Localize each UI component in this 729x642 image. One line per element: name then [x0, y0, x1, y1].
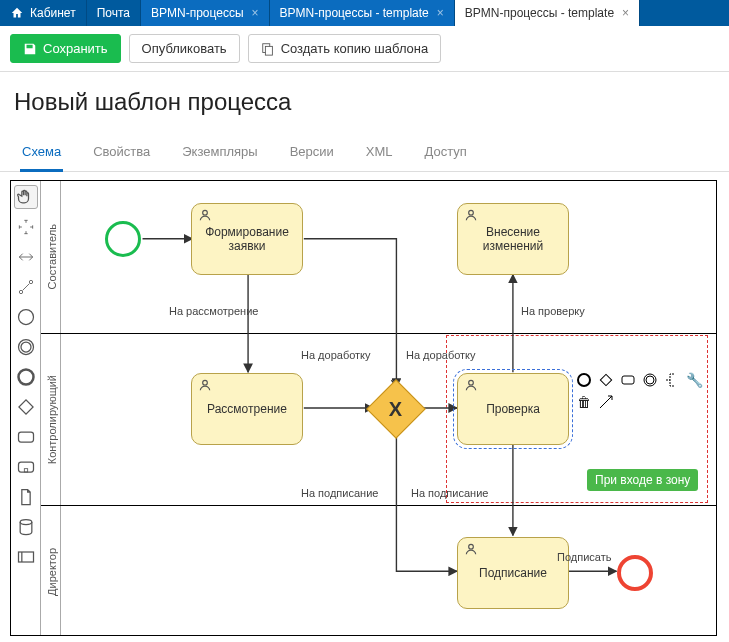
svg-rect-13 [18, 552, 33, 562]
subtab-label: Свойства [93, 144, 150, 159]
sub-tabs: Схема Свойства Экземпляры Версии XML Дос… [0, 136, 729, 172]
edge-label: На доработку [301, 349, 371, 361]
edge-label: Подписать [557, 551, 611, 563]
context-pad: 🔧 🗑 [575, 371, 703, 411]
subtab-label: Доступ [425, 144, 467, 159]
button-label: Опубликовать [142, 41, 227, 56]
close-icon[interactable]: × [622, 6, 629, 20]
edge-label: На рассмотрение [169, 305, 258, 317]
palette-end-event[interactable] [14, 365, 38, 389]
palette-subprocess[interactable] [14, 455, 38, 479]
task-label: Рассмотрение [207, 402, 287, 416]
user-icon [198, 378, 212, 395]
subtab-versions[interactable]: Версии [288, 136, 336, 171]
user-icon [464, 542, 478, 559]
diagram-surface[interactable]: Составитель Контролирующий Директор [41, 181, 716, 635]
tab-mail[interactable]: Почта [87, 0, 141, 26]
svg-rect-1 [265, 46, 272, 55]
tab-bpmn-template-2[interactable]: BPMN-процессы - template × [455, 0, 640, 26]
task-label: Формирование заявки [205, 225, 289, 253]
svg-point-4 [18, 310, 33, 325]
close-icon[interactable]: × [252, 6, 259, 20]
lane-label: Составитель [43, 181, 61, 333]
edge-label: На подписание [411, 487, 488, 499]
tab-bpmn-template-1[interactable]: BPMN-процессы - template × [270, 0, 455, 26]
task-form-request[interactable]: Формирование заявки [191, 203, 303, 275]
svg-rect-10 [18, 462, 33, 472]
tab-label: Почта [97, 6, 130, 20]
edge-label: На проверку [521, 305, 585, 317]
ctx-annotation[interactable] [663, 371, 681, 389]
subtab-instances[interactable]: Экземпляры [180, 136, 259, 171]
task-label: Подписание [479, 566, 547, 580]
palette-data-object[interactable] [14, 485, 38, 509]
tab-label: BPMN-процессы - template [280, 6, 429, 20]
ctx-end-event[interactable] [575, 371, 593, 389]
ctx-intermediate-event[interactable] [641, 371, 659, 389]
ctx-trash-icon[interactable]: 🗑 [575, 393, 593, 411]
palette-participant[interactable] [14, 545, 38, 569]
tab-bpmn-1[interactable]: BPMN-процессы × [141, 0, 270, 26]
palette-start-event[interactable] [14, 305, 38, 329]
ctx-wrench-icon[interactable]: 🔧 [685, 371, 703, 389]
svg-point-6 [21, 342, 31, 352]
edge-label: На подписание [301, 487, 378, 499]
start-event[interactable] [105, 221, 141, 257]
palette-gateway[interactable] [14, 395, 38, 419]
page-title: Новый шаблон процесса [14, 88, 715, 116]
palette-connect-tool[interactable] [14, 275, 38, 299]
palette-task[interactable] [14, 425, 38, 449]
lane-composer: Составитель [41, 181, 716, 333]
palette-lasso-tool[interactable] [14, 215, 38, 239]
publish-button[interactable]: Опубликовать [129, 34, 240, 63]
palette-intermediate-event[interactable] [14, 335, 38, 359]
svg-rect-8 [18, 400, 32, 414]
palette-space-tool[interactable] [14, 245, 38, 269]
subtab-access[interactable]: Доступ [423, 136, 469, 171]
palette-hand-tool[interactable] [14, 185, 38, 209]
ctx-gateway[interactable] [597, 371, 615, 389]
task-review[interactable]: Рассмотрение [191, 373, 303, 445]
svg-rect-20 [600, 374, 611, 385]
lane-label-text: Директор [46, 548, 58, 596]
svg-point-23 [646, 376, 654, 384]
toolbar: Сохранить Опубликовать Создать копию шаб… [0, 26, 729, 72]
palette-data-store[interactable] [14, 515, 38, 539]
save-button[interactable]: Сохранить [10, 34, 121, 63]
svg-rect-9 [18, 432, 33, 442]
save-icon [23, 42, 37, 56]
svg-point-7 [18, 370, 33, 385]
task-sign[interactable]: Подписание [457, 537, 569, 609]
palette [11, 181, 41, 635]
subtab-label: Экземпляры [182, 144, 257, 159]
task-check[interactable]: Проверка [457, 373, 569, 445]
lane-label: Директор [43, 506, 61, 635]
svg-rect-21 [622, 376, 634, 384]
edge-label: На доработку [406, 349, 476, 361]
subtab-xml[interactable]: XML [364, 136, 395, 171]
subtab-properties[interactable]: Свойства [91, 136, 152, 171]
home-icon [10, 6, 24, 20]
task-label: Внесение изменений [483, 225, 543, 253]
tab-label: BPMN-процессы - template [465, 6, 614, 20]
copy-template-button[interactable]: Создать копию шаблона [248, 34, 442, 63]
ctx-task[interactable] [619, 371, 637, 389]
button-label: Создать копию шаблона [281, 41, 429, 56]
ctx-connect[interactable] [597, 393, 615, 411]
task-make-changes[interactable]: Внесение изменений [457, 203, 569, 275]
end-event[interactable] [617, 555, 653, 591]
subtab-schema[interactable]: Схема [20, 136, 63, 172]
lane-label: Контролирующий [43, 334, 61, 505]
subtab-label: XML [366, 144, 393, 159]
button-label: Сохранить [43, 41, 108, 56]
badge-on-enter-zone[interactable]: При входе в зону [587, 469, 698, 491]
bpmn-canvas: Составитель Контролирующий Директор [10, 180, 717, 636]
user-icon [198, 208, 212, 225]
lane-director: Директор [41, 505, 716, 635]
lane-label-text: Контролирующий [46, 375, 58, 464]
close-icon[interactable]: × [437, 6, 444, 20]
tab-cabinet[interactable]: Кабинет [0, 0, 87, 26]
svg-point-15 [203, 210, 208, 215]
copy-icon [261, 42, 275, 56]
svg-point-2 [19, 290, 22, 293]
